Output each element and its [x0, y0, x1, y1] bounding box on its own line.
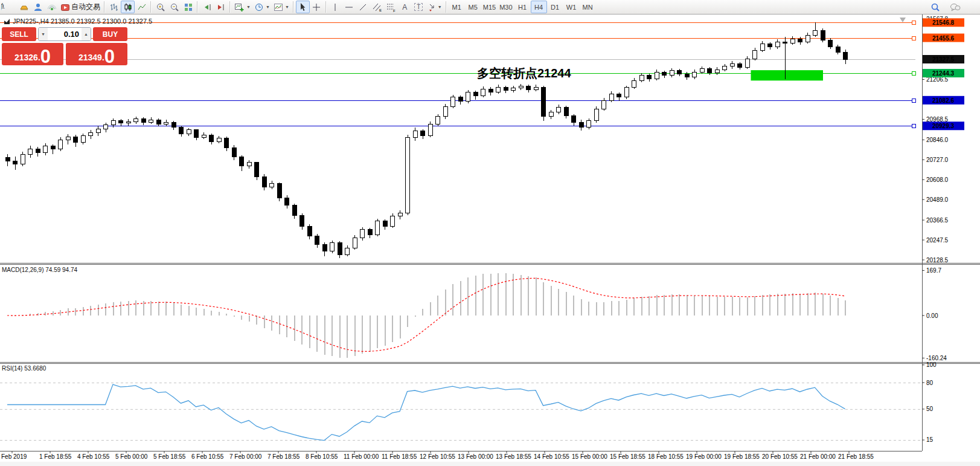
time-label[interactable]: 19 Feb 00:00: [686, 453, 722, 460]
sell-button[interactable]: SELL: [2, 27, 36, 41]
vertical-line-button[interactable]: [328, 1, 342, 13]
time-label[interactable]: 8 Feb 10:55: [306, 453, 338, 460]
time-label[interactable]: 15 Feb 18:55: [610, 453, 645, 460]
timeframe-m1[interactable]: M1: [449, 1, 465, 13]
line-handle[interactable]: [912, 99, 915, 102]
line-handle[interactable]: [912, 71, 915, 75]
candle-body: [126, 121, 130, 123]
arrows-menu-button[interactable]: ▼: [426, 1, 444, 13]
horizontal-line-button[interactable]: [342, 1, 356, 13]
annotation-text[interactable]: 多空转折点21244: [477, 66, 571, 80]
candle-body: [723, 66, 727, 70]
time-label[interactable]: 21 Feb 00:00: [800, 453, 836, 460]
timeframe-h1[interactable]: H1: [514, 1, 531, 13]
line-handle[interactable]: [912, 21, 915, 24]
text-tool-label: A: [402, 3, 407, 11]
search-button[interactable]: [928, 1, 942, 13]
timeframe-w1[interactable]: W1: [563, 1, 580, 13]
time-label[interactable]: 15 Feb 00:00: [572, 453, 607, 460]
zoom-out-button[interactable]: [167, 1, 181, 13]
text-button[interactable]: A: [398, 1, 412, 13]
trendline-button[interactable]: [356, 1, 370, 13]
line-chart-button[interactable]: [135, 1, 149, 13]
toolbar-separator: [293, 1, 294, 13]
line-handle[interactable]: [912, 36, 915, 40]
time-label[interactable]: 4 Feb 10:55: [77, 453, 110, 460]
auto-scroll-button[interactable]: [200, 1, 214, 13]
time-label[interactable]: 7 Feb 00:00: [229, 453, 262, 460]
buy-price-box[interactable]: 21349.0: [66, 43, 127, 65]
chart-shift-button[interactable]: [214, 1, 228, 13]
horizontal-scrollbar[interactable]: [0, 462, 980, 466]
candle-body: [179, 128, 184, 134]
time-label[interactable]: 14 Feb 10:55: [534, 453, 569, 460]
candlestick-chart-button[interactable]: [121, 1, 135, 13]
candle-body: [81, 136, 85, 143]
timeframe-m30[interactable]: M30: [498, 1, 514, 13]
toolbar-separator: [197, 1, 198, 13]
time-label[interactable]: 18 Feb 10:55: [648, 453, 684, 460]
candle-body: [353, 238, 357, 248]
time-label[interactable]: 5 Feb 00:00: [115, 453, 148, 460]
volume-input[interactable]: [48, 28, 82, 40]
new-chart-button[interactable]: ▼: [232, 1, 252, 13]
candle-body: [111, 121, 115, 125]
timeframe-h4[interactable]: H4: [531, 1, 547, 13]
volume-increase-button[interactable]: ▲: [82, 28, 91, 40]
indicators-menu-button[interactable]: ▼: [272, 1, 291, 13]
new-order-button[interactable]: [17, 1, 31, 13]
bar-chart-button[interactable]: [107, 1, 121, 13]
time-label[interactable]: Feb 2019: [1, 453, 27, 460]
candle-body: [270, 184, 274, 187]
candle-body: [677, 71, 682, 74]
crosshair-button[interactable]: [310, 1, 324, 13]
zoom-in-button[interactable]: [153, 1, 167, 13]
price-tick-label: 20608.0: [926, 176, 949, 183]
time-label[interactable]: 5 Feb 18:55: [153, 453, 186, 460]
indicators-icon: [274, 2, 283, 12]
chart-canvas[interactable]: 多空转折点2124421567.821206.520968.520846.020…: [0, 0, 980, 466]
timeframes-menu-button[interactable]: ▼: [252, 1, 272, 13]
tile-windows-button[interactable]: [181, 1, 195, 13]
candle-body: [790, 39, 795, 43]
timeframe-d1[interactable]: D1: [547, 1, 563, 13]
cursor-button[interactable]: [296, 1, 310, 13]
clipped-toolbar-button[interactable]: 单: [1, 0, 16, 14]
buy-button[interactable]: BUY: [93, 27, 127, 41]
time-label[interactable]: 12 Feb 10:55: [420, 453, 455, 460]
community-button[interactable]: [31, 1, 45, 13]
time-label[interactable]: 19 Feb 18:55: [724, 453, 760, 460]
candle-body: [59, 140, 63, 149]
candle-body: [805, 36, 810, 42]
time-label[interactable]: 13 Feb 18:55: [496, 453, 531, 460]
time-label[interactable]: 13 Feb 00:00: [458, 453, 493, 460]
candle-body: [225, 138, 229, 147]
highlight-rectangle[interactable]: [751, 70, 824, 80]
time-label[interactable]: 11 Feb 18:55: [382, 453, 417, 460]
time-label[interactable]: 21 Feb 18:55: [838, 453, 874, 460]
autotrading-button[interactable]: 自动交易: [59, 1, 102, 13]
candle-body: [119, 121, 123, 123]
time-label[interactable]: 6 Feb 10:55: [191, 453, 224, 460]
chat-button[interactable]: [948, 1, 962, 13]
candle-body: [247, 163, 251, 166]
channel-button[interactable]: E: [370, 1, 384, 13]
time-label[interactable]: 20 Feb 10:55: [762, 453, 798, 460]
signal-button[interactable]: [45, 1, 59, 13]
fibonacci-button[interactable]: F: [384, 1, 398, 13]
scroll-end-marker[interactable]: [900, 18, 906, 22]
time-label[interactable]: 1 Feb 18:55: [39, 453, 72, 460]
time-label[interactable]: 11 Feb 00:00: [344, 453, 379, 460]
text-label-button[interactable]: T: [412, 1, 426, 13]
dropdown-arrow-icon: ▼: [438, 5, 442, 9]
candle-body: [511, 88, 516, 91]
timeframe-mn[interactable]: MN: [580, 1, 596, 13]
timeframe-m15[interactable]: M15: [481, 1, 498, 13]
timeframe-m5[interactable]: M5: [465, 1, 481, 13]
line-handle[interactable]: [912, 124, 915, 128]
candle-body: [519, 86, 523, 88]
candle-body: [51, 146, 55, 149]
volume-decrease-button[interactable]: ▼: [39, 28, 48, 40]
sell-price-box[interactable]: 21326.0: [2, 43, 63, 65]
time-label[interactable]: 7 Feb 18:55: [267, 453, 300, 460]
